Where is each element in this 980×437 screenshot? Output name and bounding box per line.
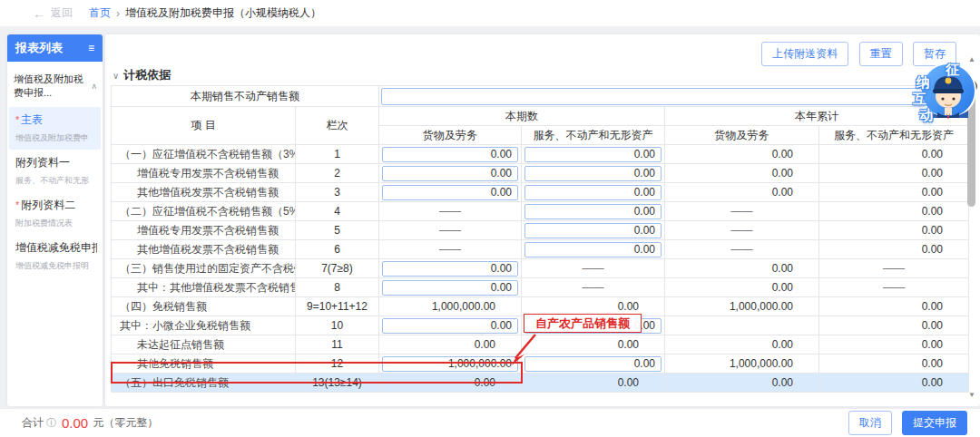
chevron-up-icon: ∧ bbox=[91, 82, 97, 91]
value-cell: 0.00 bbox=[819, 164, 969, 183]
mascot-char-2: 纳 bbox=[916, 74, 930, 92]
amount-input-r7c1[interactable] bbox=[382, 261, 518, 277]
mascot-char-4: 动 bbox=[919, 107, 933, 124]
value-cell: 0.00 bbox=[819, 316, 969, 335]
value-cell: 0.00 bbox=[819, 297, 969, 316]
amount-input-r12c2[interactable] bbox=[524, 356, 662, 372]
table-row-6: 其他增值税发票不含税销售额6————0.00 bbox=[112, 240, 969, 259]
row-label: （五）出口免税销售额 bbox=[112, 374, 296, 393]
col-header-services-1: 服务、不动产和无形资产 bbox=[522, 126, 665, 145]
back-arrow-icon[interactable]: ← bbox=[33, 6, 45, 21]
sidebar-item-sublabel: 附加税费情况表 bbox=[15, 218, 89, 229]
cancel-button[interactable]: 取消 bbox=[848, 411, 892, 435]
col-header-column: 栏次 bbox=[296, 107, 379, 145]
reset-button[interactable]: 重置 bbox=[859, 42, 903, 66]
value-cell: 0.00 bbox=[379, 335, 522, 354]
value-cell: 0.00 bbox=[522, 335, 665, 354]
sidebar-item-4[interactable]: 增值税减免税申报明...增值税减免税申报明细表 bbox=[9, 235, 101, 277]
col-header-goods-2: 货物及劳务 bbox=[665, 126, 819, 145]
scroll-down-icon[interactable]: ▼ bbox=[966, 390, 977, 401]
dash-cell: —— bbox=[665, 202, 819, 221]
sidebar-item-label: 增值税减免税申报明... bbox=[15, 241, 97, 254]
empty-cell bbox=[665, 316, 819, 335]
amount-input-r8c1[interactable] bbox=[382, 280, 518, 296]
row-label: 增值税专用发票不含税销售额 bbox=[112, 164, 296, 183]
total-label: 合计 bbox=[22, 415, 44, 431]
table-row-3: 其他增值税发票不含税销售额30.000.00 bbox=[112, 183, 969, 202]
dash-cell: —— bbox=[819, 278, 969, 297]
row-column-number: 1 bbox=[296, 145, 379, 164]
section-title: ∨计税依据 bbox=[113, 67, 171, 83]
sidebar-item-sublabel: 服务、不动产和无形资产扣 bbox=[15, 175, 89, 187]
amount-input-r10c1[interactable] bbox=[382, 318, 518, 334]
input-cell bbox=[522, 202, 665, 221]
amount-input-r4c2[interactable] bbox=[524, 204, 662, 219]
row-label: 未达起征点销售额 bbox=[112, 335, 296, 354]
breadcrumb-home-link[interactable]: 首页 bbox=[89, 5, 111, 21]
row-label: 其中：其他增值税发票不含税销售额 bbox=[112, 278, 296, 297]
amount-input-r2c2[interactable] bbox=[524, 166, 662, 181]
sidebar-item-2[interactable]: 附列资料一服务、不动产和无形资产扣 bbox=[9, 150, 101, 192]
sidebar-item-sublabel: 增值税及附加税费申报表 bbox=[15, 132, 89, 144]
amount-input-r3c2[interactable] bbox=[524, 185, 662, 200]
row-column-number: 11 bbox=[296, 335, 379, 354]
sidebar-group-label: 增值税及附加税费申报... bbox=[14, 73, 91, 100]
property-sales-input[interactable] bbox=[381, 88, 966, 105]
amount-input-r6c2[interactable] bbox=[524, 242, 662, 257]
sidebar-group-vat[interactable]: 增值税及附加税费申报... ∧ bbox=[7, 62, 103, 107]
amount-input-r1c1[interactable] bbox=[382, 147, 518, 162]
value-cell: 1,000,000.00 bbox=[665, 297, 819, 316]
amount-input-r3c1[interactable] bbox=[382, 185, 518, 200]
dash-cell: —— bbox=[379, 202, 522, 221]
report-list-sidebar: 报表列表 ≡ 增值税及附加税费申报... ∧ *主表增值税及附加税费申报表附列资… bbox=[7, 34, 103, 406]
row-column-number: 13(13≥14) bbox=[296, 374, 379, 393]
value-cell: 0.00 bbox=[379, 374, 522, 393]
col-header-goods-1: 货物及劳务 bbox=[379, 126, 522, 145]
row-label: 其他增值税发票不含税销售额 bbox=[112, 183, 296, 202]
value-cell: 0.00 bbox=[665, 335, 819, 354]
input-cell bbox=[379, 354, 522, 374]
section-caret-icon[interactable]: ∨ bbox=[113, 71, 119, 81]
value-cell: 0.00 bbox=[665, 145, 819, 164]
input-cell bbox=[379, 183, 522, 202]
value-cell: 0.00 bbox=[819, 354, 969, 374]
row-column-number: 6 bbox=[296, 240, 379, 259]
row-column-number: 5 bbox=[296, 221, 379, 240]
amount-input-r5c2[interactable] bbox=[524, 223, 662, 238]
row-label: 其他免税销售额 bbox=[112, 354, 296, 374]
mascot-char-3: 互 bbox=[913, 91, 926, 108]
total-unit: 元（零元整） bbox=[93, 415, 158, 431]
dash-cell: —— bbox=[665, 221, 819, 240]
value-cell: 0.00 bbox=[665, 164, 819, 183]
amount-input-r12c1[interactable] bbox=[382, 356, 518, 372]
annotation-callout: 自产农产品销售额 bbox=[524, 314, 642, 333]
back-link[interactable]: 返回 bbox=[51, 5, 73, 21]
info-icon[interactable]: ⓘ bbox=[46, 416, 56, 430]
submit-declaration-button[interactable]: 提交申报 bbox=[902, 411, 967, 435]
sidebar-item-1[interactable]: *主表增值税及附加税费申报表 bbox=[9, 107, 101, 150]
page-title: 增值税及附加税费申报（小规模纳税人） bbox=[125, 5, 321, 21]
input-cell bbox=[379, 259, 522, 278]
tax-interaction-mascot[interactable]: 征 纳 互 动 bbox=[907, 56, 980, 127]
row-label: 其中：小微企业免税销售额 bbox=[112, 316, 296, 335]
dash-cell: —— bbox=[665, 240, 819, 259]
upload-attachment-button[interactable]: 上传附送资料 bbox=[761, 42, 848, 66]
input-cell bbox=[522, 221, 665, 240]
value-cell: 0.00 bbox=[522, 374, 665, 393]
table-row-12: 其他免税销售额121,000,000.000.00 bbox=[112, 354, 969, 374]
amount-input-r2c1[interactable] bbox=[382, 166, 518, 181]
input-cell bbox=[522, 354, 665, 374]
sidebar-item-3[interactable]: *附列资料二附加税费情况表 bbox=[9, 192, 101, 235]
table-row-4: （二）应征增值税不含税销售额（5%征收率）4————0.00 bbox=[112, 202, 969, 221]
required-asterisk: * bbox=[15, 199, 19, 210]
sidebar-collapse-icon[interactable]: ≡ bbox=[88, 42, 94, 54]
value-cell: 0.00 bbox=[819, 145, 969, 164]
dash-cell: —— bbox=[379, 221, 522, 240]
footer-bar: 合计 ⓘ 0.00 元（零元整） 取消 提交申报 bbox=[0, 408, 980, 437]
row-column-number: 7(7≥8) bbox=[296, 259, 379, 278]
row-label: （三）销售使用过的固定资产不含税销售额 bbox=[112, 259, 296, 278]
input-cell bbox=[522, 145, 665, 164]
amount-input-r1c2[interactable] bbox=[524, 147, 662, 162]
table-row-7(7≥8): （三）销售使用过的固定资产不含税销售额7(7≥8)——0.00—— bbox=[112, 259, 969, 278]
total-amount: 0.00 bbox=[62, 415, 88, 431]
